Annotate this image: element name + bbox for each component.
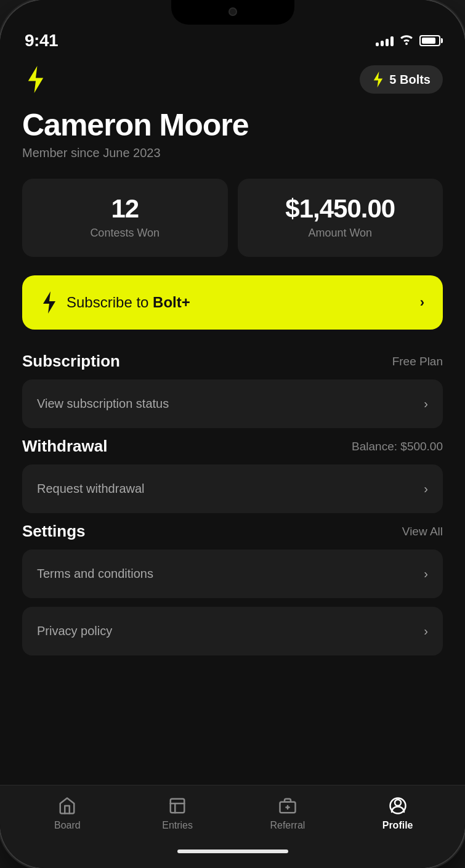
view-subscription-item[interactable]: View subscription status › bbox=[22, 379, 443, 428]
status-icons bbox=[376, 34, 440, 48]
subscribe-text: Subscribe to Bolt+ bbox=[67, 294, 190, 311]
contests-won-value: 12 bbox=[37, 196, 213, 222]
board-label: Board bbox=[54, 820, 81, 831]
entries-label: Entries bbox=[162, 820, 193, 831]
withdrawal-title: Withdrawal bbox=[22, 437, 107, 456]
subscribe-left: Subscribe to Bolt+ bbox=[41, 291, 190, 314]
screen: 9:41 bbox=[0, 0, 465, 868]
amount-won-label: Amount Won bbox=[253, 227, 429, 240]
settings-header: Settings View All bbox=[22, 522, 443, 541]
page-header: 5 Bolts bbox=[22, 65, 443, 94]
subscription-header: Subscription Free Plan bbox=[22, 352, 443, 371]
subscribe-chevron-icon: › bbox=[420, 294, 424, 310]
nav-item-entries[interactable]: Entries bbox=[153, 795, 202, 831]
referral-label: Referral bbox=[270, 820, 305, 831]
contests-won-card: 12 Contests Won bbox=[22, 179, 228, 257]
camera-dot bbox=[228, 7, 237, 16]
contests-won-label: Contests Won bbox=[37, 227, 213, 240]
nav-item-referral[interactable]: Referral bbox=[263, 795, 312, 831]
signal-bar-3 bbox=[386, 39, 389, 46]
phone-frame: 9:41 bbox=[0, 0, 465, 868]
withdrawal-balance: Balance: $500.00 bbox=[352, 440, 443, 453]
bottom-nav: Board Entries bbox=[0, 785, 465, 850]
status-bar: 9:41 bbox=[0, 21, 465, 51]
svg-point-6 bbox=[395, 800, 401, 806]
terms-chevron-icon: › bbox=[424, 567, 428, 581]
subscription-status: Free Plan bbox=[392, 355, 443, 368]
nav-item-board[interactable]: Board bbox=[42, 795, 92, 831]
request-withdrawal-chevron-icon: › bbox=[424, 482, 428, 496]
view-subscription-chevron-icon: › bbox=[424, 397, 428, 411]
request-withdrawal-label: Request withdrawal bbox=[37, 482, 145, 496]
bolts-badge: 5 Bolts bbox=[360, 65, 443, 94]
subscribe-button[interactable]: Subscribe to Bolt+ › bbox=[22, 275, 443, 330]
profile-label: Profile bbox=[382, 820, 413, 831]
settings-view-all[interactable]: View All bbox=[402, 525, 443, 538]
terms-label: Terms and conditions bbox=[37, 567, 153, 581]
withdrawal-section: Withdrawal Balance: $500.00 Request with… bbox=[22, 437, 443, 513]
battery-icon bbox=[419, 35, 440, 46]
amount-won-value: $1,450.00 bbox=[253, 196, 429, 222]
subscription-title: Subscription bbox=[22, 352, 120, 371]
terms-item[interactable]: Terms and conditions › bbox=[22, 550, 443, 598]
signal-bar-2 bbox=[381, 41, 384, 46]
main-content: 5 Bolts Cameron Moore Member since June … bbox=[0, 55, 465, 785]
privacy-chevron-icon: › bbox=[424, 624, 428, 638]
stats-grid: 12 Contests Won $1,450.00 Amount Won bbox=[22, 179, 443, 257]
notch-area: 9:41 bbox=[0, 0, 465, 55]
referral-icon bbox=[277, 795, 298, 816]
request-withdrawal-item[interactable]: Request withdrawal › bbox=[22, 464, 443, 513]
profile-name: Cameron Moore bbox=[22, 108, 443, 142]
member-since: Member since June 2023 bbox=[22, 146, 443, 160]
wifi-icon bbox=[400, 34, 413, 48]
notch bbox=[171, 0, 294, 25]
signal-bars-icon bbox=[376, 35, 394, 46]
subscription-section: Subscription Free Plan View subscription… bbox=[22, 352, 443, 428]
subscribe-brand: Bolt+ bbox=[153, 294, 190, 310]
signal-bar-4 bbox=[390, 36, 394, 46]
settings-section: Settings View All Terms and conditions ›… bbox=[22, 522, 443, 655]
home-indicator bbox=[177, 850, 288, 853]
view-subscription-label: View subscription status bbox=[37, 397, 169, 411]
svg-rect-0 bbox=[171, 799, 185, 813]
entries-icon bbox=[167, 795, 188, 816]
profile-icon bbox=[387, 795, 408, 816]
settings-title: Settings bbox=[22, 522, 86, 541]
status-time: 9:41 bbox=[25, 31, 58, 51]
app-logo bbox=[22, 66, 49, 93]
battery-fill bbox=[422, 38, 435, 44]
bolts-count: 5 Bolts bbox=[389, 73, 431, 87]
nav-item-profile[interactable]: Profile bbox=[373, 795, 423, 831]
board-icon bbox=[57, 795, 78, 816]
withdrawal-header: Withdrawal Balance: $500.00 bbox=[22, 437, 443, 456]
privacy-label: Privacy policy bbox=[37, 624, 112, 638]
amount-won-card: $1,450.00 Amount Won bbox=[238, 179, 443, 257]
signal-bar-1 bbox=[376, 43, 379, 46]
privacy-item[interactable]: Privacy policy › bbox=[22, 607, 443, 655]
